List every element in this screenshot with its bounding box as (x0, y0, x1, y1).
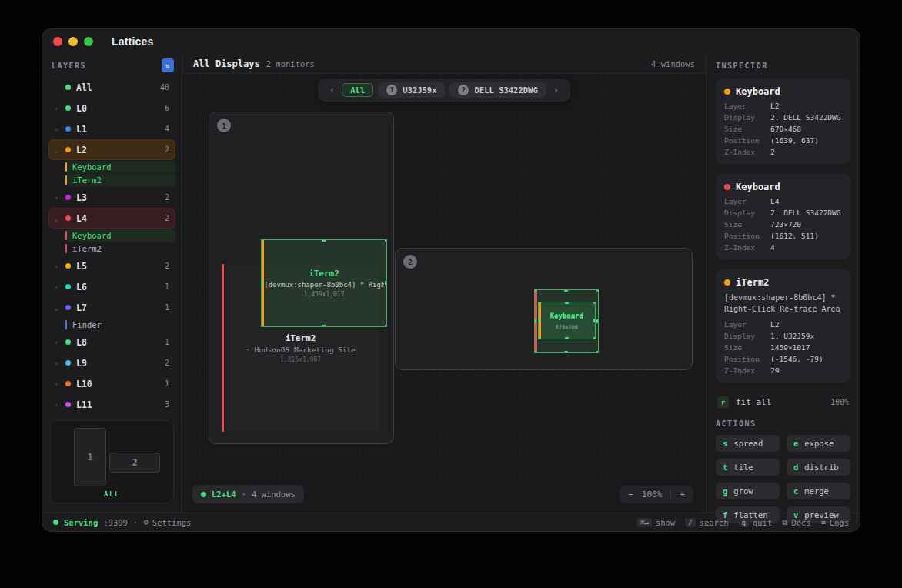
close-window-button[interactable] (53, 37, 62, 46)
action-button[interactable]: s spread (716, 435, 780, 452)
resize-handle[interactable] (565, 337, 569, 339)
action-button[interactable]: g grow (716, 483, 780, 499)
sidebar-window-item[interactable]: iTerm2 (65, 174, 175, 186)
window-size: 1,816x1,987 (280, 356, 321, 363)
sidebar-layer-row[interactable]: › L8 1 (48, 332, 175, 352)
action-button[interactable]: c merge (787, 483, 850, 499)
layer-count: 4 (165, 125, 169, 133)
resize-handle[interactable] (261, 325, 263, 327)
tabs-next-button[interactable]: › (551, 85, 561, 95)
sidebar-layer-row[interactable]: ⌄ L2 2 (48, 139, 175, 160)
tab-all-displays[interactable]: All (342, 83, 373, 97)
resize-handle[interactable] (261, 239, 263, 242)
layer-name: L0 (76, 103, 159, 114)
resize-handle[interactable] (261, 281, 263, 285)
window-size: 1,459x1,017 (304, 291, 345, 298)
sidebar-window-item[interactable]: Keyboard (65, 161, 175, 173)
item-label: search (700, 518, 729, 527)
resize-handle[interactable] (564, 351, 568, 353)
status-shortcut[interactable]: q quit (739, 518, 773, 527)
sidebar-layer-row[interactable]: › L0 6 (48, 98, 175, 119)
resize-handle[interactable] (593, 319, 596, 322)
layer-color-edge (222, 264, 224, 432)
selection-layers: L2+L4 (212, 489, 236, 499)
sidebar-layer-row[interactable]: › L11 3 (48, 394, 175, 413)
page-title: All Displays (193, 58, 260, 69)
zoom-in-button[interactable]: + (680, 489, 685, 499)
sidebar-layer-row[interactable]: › L10 1 (48, 373, 175, 394)
status-shortcut[interactable]: ⌘↵ show (637, 518, 675, 527)
property-label: Size (724, 220, 770, 229)
resize-handle[interactable] (565, 302, 569, 304)
action-button[interactable]: e expose (787, 435, 850, 452)
layer-bar-icon (65, 231, 67, 240)
resize-handle[interactable] (534, 319, 536, 323)
sort-layers-button[interactable]: ⇅ (162, 58, 174, 72)
resize-handle[interactable] (385, 239, 387, 242)
resize-handle[interactable] (385, 281, 387, 285)
resize-handle[interactable] (596, 351, 599, 353)
minimap-monitor-1[interactable]: 1 (74, 428, 106, 486)
card-property-row: Size 1459×1017 (724, 343, 842, 352)
window-keyboard-l2[interactable]: Keyboard 670x468 (538, 302, 596, 339)
card-property-row: Position (1639, 637) (724, 136, 842, 145)
property-value: 670×468 (770, 125, 801, 133)
resize-handle[interactable] (593, 302, 596, 304)
resize-handle[interactable] (593, 337, 596, 339)
status-shortcut[interactable]: / search (685, 518, 728, 527)
resize-handle[interactable] (538, 319, 540, 322)
display-badge: 1 (386, 85, 397, 95)
action-button[interactable]: t tile (716, 459, 780, 476)
resize-handle[interactable] (564, 289, 568, 292)
action-button[interactable]: d distrib (787, 459, 850, 476)
window-iterm2-selected[interactable]: iTerm2 [devmux:shaper-8b0bc4] * Right-… … (261, 239, 387, 327)
sidebar-layer-row[interactable]: › L5 2 (48, 256, 175, 276)
inspector-card: Keyboard Layer L4 Display 2. DELL S3422D… (716, 174, 850, 259)
resize-handle[interactable] (322, 325, 326, 327)
resize-handle[interactable] (534, 289, 536, 292)
card-property-row: Size 670×468 (724, 125, 842, 133)
status-shortcut[interactable]: ≡ Logs (821, 518, 849, 527)
zoom-out-button[interactable]: − (628, 489, 633, 499)
property-value: L4 (770, 197, 779, 205)
layer-name: L1 (76, 124, 159, 135)
resize-handle[interactable] (596, 289, 599, 292)
sidebar-layer-row[interactable]: ⌄ L7 1 (48, 297, 175, 318)
tab-display-1[interactable]: 1 U32J59x (378, 82, 445, 98)
window-count: 4 windows (651, 59, 695, 68)
status-shortcut[interactable]: ⧉ Docs (782, 518, 810, 527)
sidebar-window-item[interactable]: Keyboard (65, 229, 175, 242)
resize-handle[interactable] (385, 325, 387, 327)
monitor-2: 2 Keyboard 723x720 Keyboard 670x468 (395, 248, 693, 370)
sidebar-layer-row[interactable]: ⌄ L4 2 (48, 208, 175, 229)
action-label: distrib (804, 463, 838, 472)
sidebar-window-item[interactable]: Finder (65, 319, 175, 331)
layout-canvas: ‹ All 1 U32J59x 2 DELL S3422DWG › (182, 74, 706, 513)
resize-handle[interactable] (534, 351, 536, 353)
card-property-row: Z-Index 29 (724, 366, 842, 375)
fit-all-control[interactable]: r fit all 100% (716, 393, 850, 415)
resize-handle[interactable] (538, 302, 540, 304)
card-property-row: Position (1612, 511) (724, 232, 842, 240)
property-value: 29 (770, 366, 779, 375)
tabs-prev-button[interactable]: ‹ (327, 85, 337, 95)
layer-dot-icon (65, 195, 71, 200)
minimize-window-button[interactable] (68, 37, 78, 46)
layer-bar-icon (65, 320, 67, 329)
action-keycap: s (723, 439, 727, 448)
settings-label: Settings (152, 518, 192, 527)
sidebar-layer-row[interactable]: › L3 2 (48, 187, 175, 208)
minimap-monitor-2[interactable]: 2 (109, 453, 160, 473)
sidebar-layer-row[interactable]: › L1 4 (48, 119, 175, 139)
sidebar-layer-row[interactable]: All 40 (48, 77, 175, 98)
sidebar-layer-row[interactable]: › L6 1 (48, 276, 175, 297)
tab-display-2[interactable]: 2 DELL S3422DWG (450, 82, 546, 98)
window-size: 670x468 (556, 324, 579, 330)
resize-handle[interactable] (596, 319, 599, 323)
settings-button[interactable]: ⚙ Settings (143, 517, 191, 527)
sidebar-window-item[interactable]: iTerm2 (65, 242, 175, 255)
resize-handle[interactable] (322, 239, 326, 242)
zoom-window-button[interactable] (84, 37, 93, 46)
resize-handle[interactable] (538, 337, 540, 339)
sidebar-layer-row[interactable]: › L9 2 (48, 352, 175, 373)
